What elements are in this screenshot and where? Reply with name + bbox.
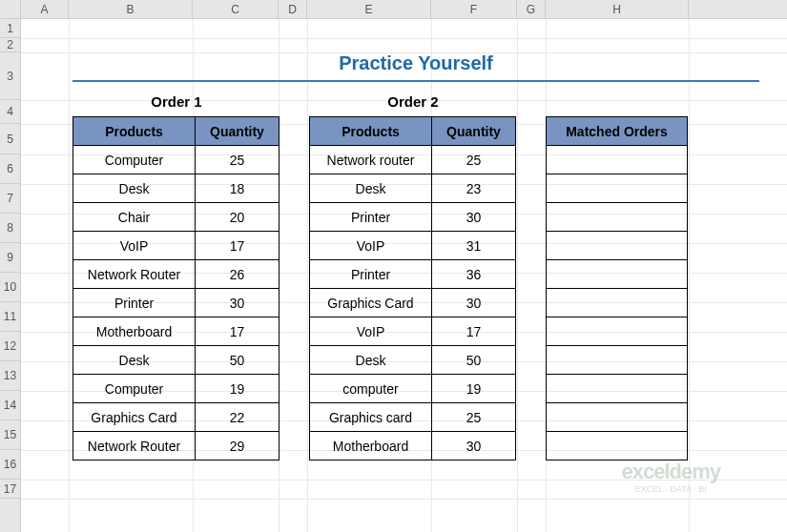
cell[interactable]: Graphics Card	[310, 289, 432, 317]
cell[interactable]: 31	[432, 232, 516, 260]
cell[interactable]: 26	[196, 260, 280, 289]
cell[interactable]: 30	[432, 289, 516, 317]
cell[interactable]	[547, 232, 688, 260]
cell[interactable]: 30	[196, 289, 280, 317]
cell[interactable]: 20	[196, 203, 280, 232]
cell[interactable]: Computer	[73, 146, 196, 174]
row-header[interactable]: 7	[0, 184, 20, 214]
select-all-corner[interactable]	[0, 0, 21, 18]
cell[interactable]: computer	[310, 375, 432, 403]
cell[interactable]	[547, 174, 688, 203]
row-header[interactable]: 6	[0, 154, 20, 184]
cell[interactable]: 17	[432, 317, 516, 346]
cell[interactable]	[547, 403, 688, 432]
cell[interactable]	[547, 375, 688, 403]
row-header[interactable]: 4	[0, 100, 20, 124]
order2-products-header[interactable]: Products	[310, 117, 432, 146]
cell[interactable]	[547, 260, 688, 289]
cell[interactable]: 25	[432, 403, 516, 432]
cell[interactable]: Motherboard	[73, 317, 196, 346]
row-header[interactable]: 5	[0, 124, 20, 154]
cell[interactable]: 19	[196, 375, 280, 403]
cell[interactable]: 29	[196, 432, 280, 460]
cell[interactable]: VoIP	[310, 317, 432, 346]
row-header[interactable]: 1	[0, 19, 20, 38]
cell[interactable]: Computer	[73, 375, 196, 403]
row-header[interactable]: 15	[0, 420, 20, 450]
row-header[interactable]: 13	[0, 361, 20, 391]
cell[interactable]: Desk	[73, 346, 196, 375]
watermark-logo: exceldemy	[621, 460, 720, 484]
table-row	[547, 403, 688, 432]
table-row: Graphics Card22	[73, 403, 280, 432]
cell[interactable]: Network router	[310, 146, 432, 174]
matched-orders-header[interactable]: Matched Orders	[547, 117, 688, 146]
table-row	[547, 203, 688, 232]
cell[interactable]: 17	[196, 317, 280, 346]
cell[interactable]: Graphics Card	[73, 403, 196, 432]
table-row: Motherboard17	[73, 317, 280, 346]
cell[interactable]	[547, 346, 688, 375]
row-header[interactable]: 14	[0, 391, 20, 420]
col-header[interactable]: H	[546, 0, 689, 18]
cell[interactable]: Printer	[73, 289, 196, 317]
table-row	[547, 432, 688, 460]
cell[interactable]: Network Router	[73, 260, 196, 289]
row-header[interactable]: 10	[0, 273, 20, 302]
cell[interactable]: VoIP	[73, 232, 196, 260]
cell[interactable]: Desk	[73, 174, 196, 203]
col-header[interactable]: B	[69, 0, 193, 18]
col-header[interactable]: G	[517, 0, 546, 18]
cell[interactable]: Printer	[310, 203, 432, 232]
row-header[interactable]: 8	[0, 214, 20, 243]
cell[interactable]: 17	[196, 232, 280, 260]
cell[interactable]: Motherboard	[310, 432, 432, 460]
cell[interactable]: 50	[196, 346, 280, 375]
row-header[interactable]: 12	[0, 332, 20, 361]
gridline-vertical	[307, 19, 308, 532]
cell[interactable]	[547, 317, 688, 346]
col-header[interactable]: F	[431, 0, 517, 18]
cell[interactable]	[547, 146, 688, 174]
col-header[interactable]: E	[307, 0, 431, 18]
cell[interactable]: Printer	[310, 260, 432, 289]
row-header[interactable]: 9	[0, 243, 20, 273]
cell[interactable]: 30	[432, 203, 516, 232]
cell[interactable]: 50	[432, 346, 516, 375]
order1-products-header[interactable]: Products	[73, 117, 196, 146]
row-header[interactable]: 17	[0, 480, 20, 499]
cell[interactable]: 36	[432, 260, 516, 289]
cell[interactable]: 25	[196, 146, 280, 174]
grid-area[interactable]: Practice Yourself Order 1 Order 2 Produc…	[21, 19, 787, 532]
row-header[interactable]: 3	[0, 52, 20, 100]
cell[interactable]	[547, 203, 688, 232]
col-header[interactable]: D	[279, 0, 307, 18]
cell[interactable]: VoIP	[310, 232, 432, 260]
cell[interactable]	[547, 289, 688, 317]
col-header[interactable]: C	[193, 0, 279, 18]
cell[interactable]	[547, 432, 688, 460]
row-header[interactable]: 2	[0, 38, 20, 52]
cell[interactable]: 19	[432, 375, 516, 403]
row-header[interactable]: 11	[0, 302, 20, 332]
cell[interactable]: 23	[432, 174, 516, 203]
table-row: Motherboard30	[310, 432, 516, 460]
cell[interactable]: Network Router	[73, 432, 196, 460]
cell[interactable]: 25	[432, 146, 516, 174]
gridline-horizontal	[21, 480, 787, 481]
row-header[interactable]: 16	[0, 450, 20, 480]
table-row: Graphics Card30	[310, 289, 516, 317]
order2-quantity-header[interactable]: Quantity	[432, 117, 516, 146]
cell[interactable]: Desk	[310, 346, 432, 375]
order1-quantity-header[interactable]: Quantity	[196, 117, 280, 146]
table-row: Graphics card25	[310, 403, 516, 432]
table-row: Desk18	[73, 174, 280, 203]
table-row: Network Router29	[73, 432, 280, 460]
cell[interactable]: Graphics card	[310, 403, 432, 432]
cell[interactable]: 30	[432, 432, 516, 460]
cell[interactable]: Desk	[310, 174, 432, 203]
cell[interactable]: 18	[196, 174, 280, 203]
cell[interactable]: Chair	[73, 203, 196, 232]
cell[interactable]: 22	[196, 403, 280, 432]
col-header[interactable]: A	[21, 0, 69, 18]
